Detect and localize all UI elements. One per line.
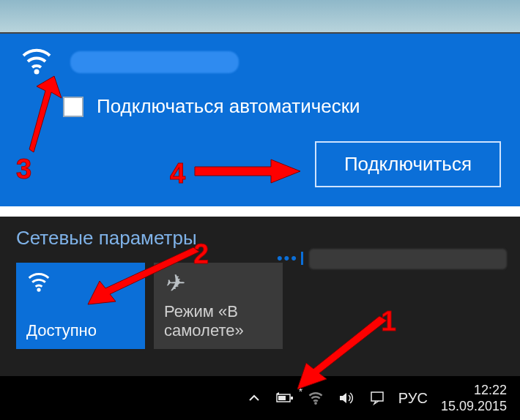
annotation-number-4: 4: [170, 158, 185, 190]
desktop-background-sliver: [0, 0, 520, 34]
wifi-tile-label: Доступно: [26, 321, 135, 340]
wifi-network-name-redacted: [70, 51, 239, 73]
connect-button[interactable]: Подключиться: [315, 141, 501, 187]
image-separator: [0, 206, 520, 217]
annotation-arrow-4: [190, 158, 308, 187]
router-icon: •••: [277, 249, 303, 268]
clock-time: 12:22: [441, 382, 507, 399]
annotation-number-3: 3: [16, 154, 31, 185]
language-indicator[interactable]: РУС: [398, 390, 428, 407]
annotation-arrow-3: [21, 70, 72, 158]
auto-connect-label: Подключаться автоматически: [97, 95, 360, 118]
tray-chevron-up-icon[interactable]: [245, 389, 264, 408]
router-name-redacted: [309, 249, 507, 269]
annotation-arrow-2: [70, 247, 209, 313]
clock-date: 15.09.2015: [441, 398, 507, 415]
annotation-arrow-1: [284, 316, 401, 397]
network-settings-title: Сетевые параметры: [16, 227, 508, 250]
taskbar: * РУС 12:22 15.09.2015: [0, 376, 520, 420]
svg-point-1: [37, 288, 40, 291]
svg-rect-3: [291, 397, 293, 400]
svg-point-5: [314, 402, 317, 405]
taskbar-clock[interactable]: 12:22 15.09.2015: [441, 382, 507, 415]
